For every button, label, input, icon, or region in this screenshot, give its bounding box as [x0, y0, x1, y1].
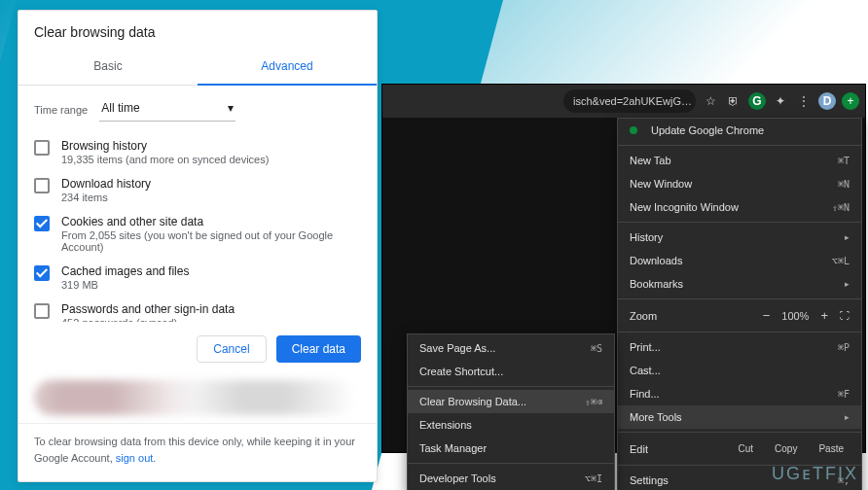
chevron-right-icon: ▸ — [845, 232, 850, 242]
fullscreen-icon[interactable]: ⛶ — [840, 310, 850, 321]
checkbox-cookies[interactable] — [34, 216, 50, 231]
option-cookies: Cookies and other site dataFrom 2,055 si… — [30, 209, 365, 259]
submenu-developer-tools[interactable]: Developer Tools⌥⌘I — [408, 467, 614, 490]
url-bar[interactable]: isch&ved=2ahUKEwjG… — [563, 89, 696, 113]
checkbox-passwords[interactable] — [34, 303, 50, 319]
shield-icon[interactable]: ⛨ — [725, 92, 742, 110]
extension-g-icon[interactable]: G — [748, 92, 766, 110]
submenu-create-shortcut[interactable]: Create Shortcut... — [408, 360, 614, 383]
time-range-label: Time range — [34, 104, 88, 116]
chrome-main-menu: Update Google Chrome New Tab⌘T New Windo… — [617, 118, 862, 490]
checkbox-browsing-history[interactable] — [34, 140, 50, 156]
option-passwords: Passwords and other sign-in data452 pass… — [30, 297, 365, 322]
checkbox-download-history[interactable] — [34, 178, 50, 193]
chevron-right-icon: ▸ — [845, 279, 850, 289]
menu-find[interactable]: Find...⌘F — [618, 382, 861, 405]
option-browsing-history: Browsing history19,335 items (and more o… — [30, 133, 365, 171]
option-download-history: Download history234 items — [30, 171, 365, 209]
update-dot-icon — [630, 126, 637, 134]
dialog-title: Clear browsing data — [18, 11, 377, 50]
time-range-value: All time — [101, 101, 139, 115]
zoom-value: 100% — [781, 310, 809, 322]
clear-browsing-data-dialog: Clear browsing data Basic Advanced Time … — [18, 10, 378, 482]
submenu-save-page-as[interactable]: Save Page As...⌘S — [408, 336, 614, 360]
submenu-task-manager[interactable]: Task Manager — [408, 437, 614, 460]
time-range-select[interactable]: All time ▾ — [99, 97, 235, 122]
profile-icon[interactable]: D — [818, 92, 836, 110]
edit-paste-button[interactable]: Paste — [813, 441, 850, 456]
menu-new-window[interactable]: New Window⌘N — [618, 172, 861, 195]
menu-new-tab[interactable]: New Tab⌘T — [618, 149, 861, 172]
star-icon[interactable]: ☆ — [702, 92, 719, 110]
more-tools-submenu: Save Page As...⌘S Create Shortcut... Cle… — [407, 333, 615, 490]
menu-incognito[interactable]: New Incognito Window⇧⌘N — [618, 195, 861, 219]
sign-out-link[interactable]: sign out — [116, 452, 154, 464]
cancel-button[interactable]: Cancel — [197, 335, 266, 363]
clear-data-button[interactable]: Clear data — [276, 335, 361, 363]
menu-downloads[interactable]: Downloads⌥⌘L — [618, 249, 861, 272]
tab-basic[interactable]: Basic — [18, 50, 198, 85]
checkbox-cached[interactable] — [34, 265, 50, 281]
menu-dots-icon[interactable]: ⋮ — [795, 92, 813, 110]
menu-more-tools[interactable]: More Tools▸ — [618, 405, 861, 429]
edit-copy-button[interactable]: Copy — [769, 441, 803, 456]
browser-window: isch&ved=2ahUKEwjG… ☆ ⛨ G ✦ ⋮ D + Update… — [381, 84, 866, 453]
watermark: UGᴇTFIX — [772, 463, 858, 484]
menu-cast[interactable]: Cast... — [618, 359, 861, 382]
menu-bookmarks[interactable]: Bookmarks▸ — [618, 272, 861, 296]
menu-edit: Edit Cut Copy Paste — [618, 436, 861, 462]
dialog-tabs: Basic Advanced — [18, 50, 377, 86]
zoom-in-button[interactable]: + — [820, 308, 828, 323]
tab-advanced[interactable]: Advanced — [198, 50, 377, 85]
options-list: Browsing history19,335 items (and more o… — [18, 127, 377, 322]
submenu-extensions[interactable]: Extensions — [408, 413, 614, 437]
menu-update-chrome[interactable]: Update Google Chrome — [618, 119, 861, 142]
chevron-right-icon: ▸ — [845, 412, 850, 422]
submenu-clear-browsing-data[interactable]: Clear Browsing Data...⇧⌘⌫ — [408, 390, 614, 413]
update-badge-icon[interactable]: + — [842, 92, 859, 110]
extensions-icon[interactable]: ✦ — [772, 92, 789, 110]
redacted-area — [34, 380, 361, 415]
menu-zoom: Zoom − 100% + ⛶ — [618, 302, 861, 329]
chevron-down-icon: ▾ — [228, 101, 234, 115]
zoom-out-button[interactable]: − — [763, 308, 771, 323]
dialog-footer: To clear browsing data from this device … — [18, 423, 377, 481]
menu-print[interactable]: Print...⌘P — [618, 335, 861, 359]
browser-toolbar: isch&ved=2ahUKEwjG… ☆ ⛨ G ✦ ⋮ D + — [382, 85, 865, 118]
option-cached: Cached images and files319 MB — [30, 259, 365, 297]
edit-cut-button[interactable]: Cut — [733, 441, 760, 456]
menu-history[interactable]: History▸ — [618, 226, 861, 249]
